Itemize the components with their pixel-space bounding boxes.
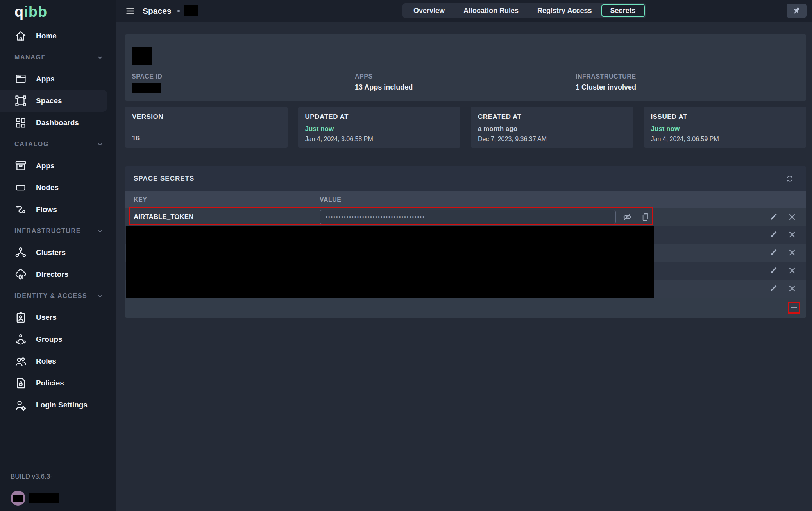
apps-column: APPS 13 Apps included <box>355 73 576 93</box>
issued-at-timestamp: Jan 4, 2024, 3:06:59 PM <box>651 136 719 143</box>
logo-q: q <box>14 4 24 20</box>
sidebar-item-label: Directors <box>36 270 68 279</box>
eye-off-icon[interactable] <box>622 212 632 222</box>
sidebar: qibb Home MANAGE Apps <box>0 0 116 511</box>
delete-x-icon[interactable] <box>787 248 797 257</box>
secret-key: AIRTABLE_TOKEN <box>134 213 320 221</box>
redacted-space-logo <box>132 47 152 65</box>
delete-x-icon[interactable] <box>787 212 797 222</box>
build-version-label: BUILD v3.6.3- <box>0 469 116 481</box>
sidebar-item-label: Home <box>36 32 57 40</box>
secret-value-input[interactable]: •••••••••••••••••••••••••••••••••••••• <box>320 210 616 224</box>
updated-at-relative: Just now <box>305 125 334 133</box>
hamburger-menu-icon[interactable] <box>125 6 135 16</box>
spaces-icon <box>14 94 27 108</box>
user-profile[interactable] <box>11 491 116 506</box>
sidebar-item-groups[interactable]: Groups <box>0 328 116 350</box>
space-id-column: SPACE ID <box>132 73 355 93</box>
tab-overview[interactable]: Overview <box>404 3 454 18</box>
sidebar-item-policies[interactable]: Policies <box>0 372 116 394</box>
chevron-down-icon <box>96 227 104 235</box>
delete-x-icon[interactable] <box>787 284 797 293</box>
sidebar-item-login-settings[interactable]: Login Settings <box>0 394 116 416</box>
copy-icon[interactable] <box>640 212 650 222</box>
qibb-logo-text: qibb <box>14 4 47 19</box>
version-card: VERSION 16 <box>125 107 288 148</box>
sidebar-item-label: Clusters <box>36 248 66 257</box>
archive-box-icon <box>14 159 27 172</box>
issued-at-card: ISSUED AT Just now Jan 4, 2024, 3:06:59 … <box>644 107 807 148</box>
user-gear-icon <box>14 398 27 412</box>
sidebar-item-home[interactable]: Home <box>0 25 116 47</box>
node-icon <box>14 181 27 194</box>
sidebar-item-label: Apps <box>36 161 55 170</box>
sidebar-section-identity-access[interactable]: IDENTITY & ACCESS <box>0 285 116 307</box>
edit-icon[interactable] <box>769 248 778 257</box>
created-at-timestamp: Dec 7, 2023, 9:36:37 AM <box>478 136 547 143</box>
pin-icon <box>792 6 801 16</box>
apps-window-icon <box>14 72 27 86</box>
version-value: 16 <box>132 134 140 142</box>
sidebar-item-manage-apps[interactable]: Apps <box>0 68 116 90</box>
apps-value: 13 Apps included <box>355 83 576 91</box>
row-actions <box>769 266 797 275</box>
sidebar-item-label: Policies <box>36 379 64 387</box>
tab-allocation-rules[interactable]: Allocation Rules <box>454 3 528 18</box>
dashboards-icon <box>14 116 27 129</box>
updated-at-timestamp: Jan 4, 2024, 3:06:58 PM <box>305 136 373 143</box>
section-title: IDENTITY & ACCESS <box>14 292 87 299</box>
content: SPACE ID APPS 13 Apps included INFRASTRU… <box>125 34 806 318</box>
sidebar-item-roles[interactable]: Roles <box>0 350 116 372</box>
sidebar-item-label: Users <box>36 313 57 322</box>
main-area: Spaces Overview Allocation Rules Registr… <box>116 0 812 511</box>
tab-registry-access[interactable]: Registry Access <box>528 3 601 18</box>
row-actions <box>769 284 797 293</box>
sidebar-section-infrastructure[interactable]: INFRASTRUCTURE <box>0 221 116 242</box>
sidebar-item-label: Roles <box>36 357 56 366</box>
delete-x-icon[interactable] <box>787 230 797 239</box>
section-title: INFRASTRUCTURE <box>14 228 81 235</box>
sidebar-item-users[interactable]: Users <box>0 307 116 328</box>
sidebar-item-clusters[interactable]: Clusters <box>0 242 116 264</box>
space-secrets-panel: SPACE SECRETS KEY VALUE AIRTABLE_TOKEN •… <box>125 166 806 318</box>
infrastructure-value: 1 Cluster involved <box>576 83 798 91</box>
sidebar-section-manage[interactable]: MANAGE <box>0 47 116 68</box>
stat-card-row: VERSION 16 UPDATED AT Just now Jan 4, 20… <box>125 107 806 148</box>
group-icon <box>14 333 27 346</box>
avatar[interactable] <box>11 491 25 506</box>
sidebar-item-label: Groups <box>36 335 63 344</box>
section-title: CATALOG <box>14 141 49 148</box>
issued-at-relative: Just now <box>651 125 680 133</box>
sidebar-item-nodes[interactable]: Nodes <box>0 177 116 199</box>
sidebar-item-dashboards[interactable]: Dashboards <box>0 112 116 134</box>
chevron-down-icon <box>96 53 104 62</box>
sidebar-item-directors[interactable]: Directors <box>0 264 116 285</box>
edit-icon[interactable] <box>769 230 778 239</box>
sidebar-item-label: Nodes <box>36 183 59 192</box>
infrastructure-column: INFRASTRUCTURE 1 Cluster involved <box>576 73 798 93</box>
edit-icon[interactable] <box>769 212 778 222</box>
app-root: qibb Home MANAGE Apps <box>0 0 812 511</box>
created-at-card: CREATED AT a month ago Dec 7, 2023, 9:36… <box>471 107 633 148</box>
cluster-network-icon <box>14 246 27 259</box>
tab-secrets[interactable]: Secrets <box>601 4 645 17</box>
edit-icon[interactable] <box>769 266 778 275</box>
sidebar-item-label: Apps <box>36 75 55 83</box>
chevron-down-icon <box>96 140 104 149</box>
secrets-table-footer <box>125 298 806 318</box>
sidebar-item-spaces[interactable]: Spaces <box>0 90 107 112</box>
edit-icon[interactable] <box>769 284 778 293</box>
secret-row-airtable-token: AIRTABLE_TOKEN •••••••••••••••••••••••••… <box>125 208 806 226</box>
add-secret-button[interactable] <box>788 302 800 314</box>
sidebar-section-catalog[interactable]: CATALOG <box>0 134 116 155</box>
created-at-relative: a month ago <box>478 125 517 133</box>
refresh-icon[interactable] <box>785 174 794 183</box>
section-title: MANAGE <box>14 54 46 61</box>
two-users-icon <box>14 355 27 368</box>
sidebar-item-flows[interactable]: Flows <box>0 199 116 221</box>
sidebar-item-catalog-apps[interactable]: Apps <box>0 155 116 177</box>
delete-x-icon[interactable] <box>787 266 797 275</box>
space-secrets-header: SPACE SECRETS <box>125 166 806 191</box>
pin-button[interactable] <box>787 4 807 18</box>
issued-at-label: ISSUED AT <box>651 113 799 121</box>
